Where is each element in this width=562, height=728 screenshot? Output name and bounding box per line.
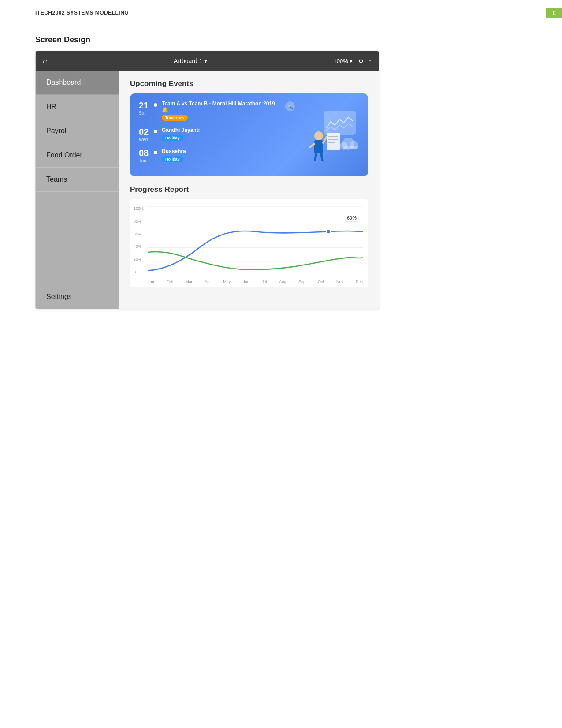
home-icon[interactable]: ⌂: [43, 56, 48, 66]
progress-report-title: Progress Report: [130, 185, 368, 194]
chart-container: 100% 80% 60% 40% 20% 0: [130, 199, 368, 287]
sidebar-item-payroll[interactable]: Payroll: [36, 119, 119, 143]
sidebar-item-teams[interactable]: Teams: [36, 168, 119, 192]
svg-point-21: [326, 229, 331, 234]
svg-line-4: [323, 137, 327, 143]
app-body: Dashboard HR Payroll Food Order Teams Se…: [36, 71, 379, 309]
progress-chart-svg: [148, 206, 363, 275]
progress-section: Progress Report 100% 80% 60% 40% 20% 0: [130, 185, 368, 287]
event-badge-tomorrow: Tomorrow: [162, 115, 188, 121]
svg-rect-2: [314, 140, 323, 153]
event-row-2: 02 Wed Gandhi Jayanti Holiday: [139, 127, 295, 142]
illustration-svg: [302, 108, 359, 161]
event-details-2: Gandhi Jayanti Holiday: [162, 127, 295, 141]
toolbar-left: ⌂: [43, 56, 48, 66]
section-heading: Screen Design: [35, 35, 90, 45]
chart-y-labels: 100% 80% 60% 40% 20% 0: [134, 206, 144, 274]
artboard-title[interactable]: Artboard 1 ▾: [48, 57, 334, 64]
event-dot-1: [154, 103, 157, 107]
svg-line-6: [321, 153, 322, 161]
svg-line-5: [315, 153, 316, 161]
svg-line-3: [310, 144, 314, 147]
sidebar-item-hr[interactable]: HR: [36, 95, 119, 119]
export-icon[interactable]: ↑: [369, 58, 372, 64]
sidebar-item-food-order[interactable]: Food Order: [36, 143, 119, 168]
event-illustration: [302, 101, 359, 169]
toolbar-right: 100% ▾ ⚙ ↑: [334, 58, 372, 64]
event-badge-holiday-2: Holiday: [162, 156, 183, 162]
event-badge-holiday-1: Holiday: [162, 135, 183, 141]
svg-rect-0: [324, 111, 356, 135]
sidebar-item-dashboard[interactable]: Dashboard: [36, 71, 119, 95]
event-row-1: 21 Sat Team A vs Team B - Morni Hill Mar…: [139, 101, 295, 121]
search-icon[interactable]: 🔍: [285, 101, 295, 111]
sidebar-spacer: [36, 192, 119, 285]
event-date-2: 02 Wed: [139, 127, 149, 142]
zoom-control[interactable]: 100% ▾: [334, 58, 353, 64]
toolbar: ⌂ Artboard 1 ▾ 100% ▾ ⚙ ↑: [36, 51, 379, 71]
events-card: 21 Sat Team A vs Team B - Morni Hill Mar…: [130, 93, 368, 176]
event-dot-3: [154, 151, 157, 154]
gear-icon[interactable]: ⚙: [358, 58, 364, 64]
svg-rect-7: [327, 133, 340, 150]
chart-x-labels: Jan Feb Mar Apr May Jun Jul Aug Sep Oct …: [148, 280, 363, 284]
event-date-1: 21 Sat: [139, 101, 149, 116]
events-list: 21 Sat Team A vs Team B - Morni Hill Mar…: [139, 101, 295, 169]
main-content: Upcoming Events 21 Sat Team A vs Team B …: [119, 71, 379, 309]
svg-point-1: [314, 131, 323, 140]
event-date-3: 08 Tue: [139, 148, 149, 163]
event-details-3: Dussehra Holiday: [162, 148, 295, 162]
upcoming-events-title: Upcoming Events: [130, 79, 368, 88]
event-dot-2: [154, 130, 157, 133]
chart-svg-area: [148, 206, 363, 275]
svg-rect-14: [343, 146, 358, 149]
sidebar: Dashboard HR Payroll Food Order Teams Se…: [36, 71, 119, 309]
document-title: ITECH2002 SYSTEMS MODELLING: [35, 10, 129, 16]
page-number-badge: 8: [546, 8, 562, 18]
event-details-1: Team A vs Team B - Morni Hill Marathon 2…: [162, 101, 279, 121]
mockup-container: ⌂ Artboard 1 ▾ 100% ▾ ⚙ ↑ Dashboard HR P…: [35, 51, 379, 309]
event-row-3: 08 Tue Dussehra Holiday: [139, 148, 295, 163]
chart-percentage-label: 60%: [345, 214, 358, 221]
sidebar-item-settings[interactable]: Settings: [36, 285, 119, 309]
